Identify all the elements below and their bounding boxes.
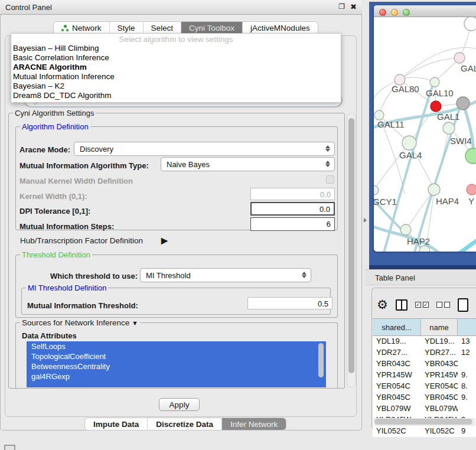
hub-definition-label[interactable]: Hub/Transcription Factor Definition: [20, 236, 143, 245]
columns-icon[interactable]: [396, 299, 407, 311]
tab-style[interactable]: Style: [110, 22, 144, 34]
network-node[interactable]: [400, 224, 411, 235]
network-icon: [61, 25, 69, 32]
network-node-label: Y: [468, 196, 474, 206]
network-edge[interactable]: [400, 58, 459, 80]
algorithm-option[interactable]: ARACNE Algorithm: [11, 63, 341, 72]
network-node-label: GAL4: [399, 150, 422, 160]
table-hscrollbar-thumb[interactable]: [374, 419, 472, 425]
mi-steps-label: Mutual Information Steps:: [19, 222, 114, 231]
tab-select[interactable]: Select: [144, 22, 182, 34]
table-column-header[interactable]: [458, 319, 476, 335]
table-cell: 9.: [458, 392, 476, 403]
network-node[interactable]: [443, 122, 455, 134]
which-threshold-dropdown[interactable]: MI Threshold: [140, 268, 311, 282]
algorithm-option[interactable]: Bayesian – K2: [11, 81, 341, 91]
attribute-item[interactable]: SelfLoops: [27, 341, 326, 351]
table-cell: YBR043C: [421, 358, 458, 370]
tab-cyni-toolbox[interactable]: Cyni Toolbox: [181, 22, 243, 34]
threshold-definition-title: Threshold Definition: [20, 250, 92, 259]
dpi-tolerance-field[interactable]: 0.0: [250, 202, 335, 216]
network-node[interactable]: [374, 185, 379, 195]
table-row[interactable]: YIL052CYIL052C9: [373, 426, 476, 437]
network-node[interactable]: [374, 110, 384, 120]
spinner-icon: [325, 160, 331, 168]
network-graph[interactable]: GALGAL80GAL10GAL1GAL11SWI4GAL4HAP4YGCY1H…: [374, 17, 476, 252]
table-panel-container: ⚙ ✓✓ shared...name YDL19...YDL19...13YDR…: [371, 288, 476, 429]
table-cell: 8.: [458, 381, 476, 392]
network-edge-thick[interactable]: [444, 234, 476, 252]
tab-infer-network[interactable]: Infer Network: [222, 418, 286, 430]
sources-title[interactable]: Sources for Network Inference ▼: [20, 318, 140, 327]
settings-scrollbar[interactable]: [347, 113, 356, 387]
table-cell: YBL079W: [421, 403, 458, 415]
data-attributes-list[interactable]: SelfLoopsTopologicalCoefficientBetweenne…: [27, 341, 326, 387]
table-row[interactable]: YPR145WYPR145W9.: [373, 370, 476, 381]
spinner-icon: [325, 145, 331, 152]
algorithm-option[interactable]: Dream8 DC_TDC Algorithm: [11, 91, 341, 100]
table-cell: [458, 358, 476, 370]
table-cell: YIL052C: [373, 426, 421, 437]
attributes-list-scrollbar[interactable]: [318, 343, 324, 377]
network-node[interactable]: [467, 184, 476, 195]
network-node[interactable]: [431, 101, 441, 112]
table-cell: YPR145W: [421, 370, 458, 381]
table-row[interactable]: YDL19...YDL19...13: [373, 336, 476, 347]
network-node[interactable]: [454, 53, 465, 63]
table-row[interactable]: YBL079WYBL079W: [373, 403, 476, 415]
unselect-all-columns-icon[interactable]: [436, 302, 450, 308]
tab-network[interactable]: Network: [54, 22, 110, 34]
table-row[interactable]: YER054CYER054C8.: [373, 381, 476, 392]
tab-discretize-data[interactable]: Discretize Data: [148, 418, 222, 430]
table-row[interactable]: YDR27...YDR27...12: [373, 347, 476, 358]
float-window-icon[interactable]: ❐: [338, 2, 345, 11]
cyni-settings-title: Cyni Algorithm Settings: [13, 109, 96, 118]
kernel-width-field[interactable]: 0.0: [250, 188, 335, 200]
network-node[interactable]: [430, 77, 439, 87]
network-node[interactable]: [464, 17, 476, 31]
cyni-bottom-tabbar: Impute DataDiscretize DataInfer Network: [84, 418, 286, 431]
control-panel-titlebar: Control Panel ❐ ✖: [0, 0, 362, 15]
tab-jactivemnodules[interactable]: jActiveMNodules: [243, 22, 318, 34]
select-all-columns-icon[interactable]: ✓✓: [415, 302, 429, 308]
table-cell: YER054C: [373, 381, 421, 392]
mi-threshold-field[interactable]: 0.5: [247, 297, 332, 309]
minimize-traffic-light-icon[interactable]: [391, 9, 398, 16]
network-node[interactable]: [428, 184, 440, 195]
network-node[interactable]: [465, 148, 476, 164]
table-row[interactable]: YBR045CYBR045C9.: [373, 392, 476, 403]
network-view-window[interactable]: GALGAL80GAL10GAL1GAL11SWI4GAL4HAP4YGCY1H…: [374, 5, 476, 252]
algorithm-select-popup: Select algorithm to view settings Bayesi…: [11, 33, 341, 103]
apply-button[interactable]: Apply: [159, 398, 200, 411]
manual-kernel-checkbox[interactable]: [326, 175, 334, 184]
algorithm-option[interactable]: Bayesian – Hill Climbing: [11, 44, 341, 53]
network-node[interactable]: [402, 136, 416, 150]
settings-scrollbar-thumb[interactable]: [348, 118, 354, 373]
zoom-traffic-light-icon[interactable]: [403, 9, 410, 16]
table-cell: 9: [458, 426, 476, 437]
mi-steps-field[interactable]: 6: [250, 217, 335, 231]
table-row[interactable]: YBR043CYBR043C: [373, 358, 476, 370]
table-hscrollbar[interactable]: [373, 418, 475, 426]
new-table-icon[interactable]: [458, 298, 468, 312]
gear-icon[interactable]: ⚙: [377, 299, 388, 311]
tab-impute-data[interactable]: Impute Data: [85, 418, 148, 430]
aracne-mode-value: Discovery: [80, 145, 113, 154]
attribute-item[interactable]: gal4RGexp: [27, 371, 326, 381]
algorithm-option[interactable]: Basic Correlation Inference: [11, 53, 341, 63]
hub-collapsed-arrow-icon[interactable]: ▶: [161, 236, 168, 245]
network-node[interactable]: [457, 97, 470, 110]
panel-splitter-arrow-icon[interactable]: [364, 218, 367, 223]
mi-algorithm-type-dropdown[interactable]: Naive Bayes: [161, 157, 335, 171]
aracne-mode-dropdown[interactable]: Discovery: [74, 142, 335, 156]
network-node-label: GAL1: [437, 112, 459, 122]
algorithm-option[interactable]: Mutual Information Inference: [11, 72, 341, 81]
table-column-header[interactable]: name: [421, 319, 458, 335]
attribute-item[interactable]: BetweennessCentrality: [27, 361, 326, 371]
table-column-header[interactable]: shared...: [373, 319, 421, 335]
close-traffic-light-icon[interactable]: [379, 9, 386, 16]
close-window-icon[interactable]: ✖: [350, 2, 357, 11]
attribute-item[interactable]: TopologicalCoefficient: [27, 351, 326, 361]
network-window-titlebar[interactable]: [374, 5, 476, 17]
partial-bottom-button[interactable]: [4, 445, 15, 450]
